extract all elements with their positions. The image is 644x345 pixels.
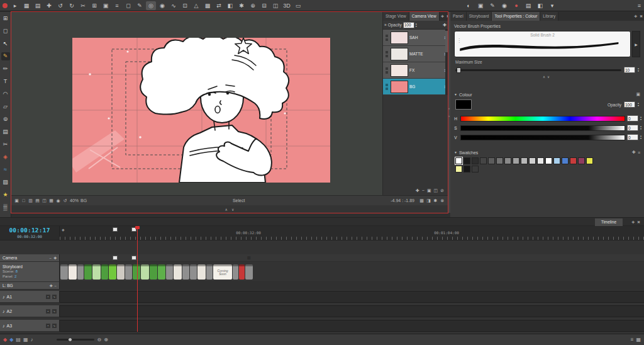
toolbar-icon[interactable]: ▣ — [475, 1, 486, 10]
range-start-handle[interactable] — [113, 227, 118, 232]
storyboard-panel-segment[interactable] — [182, 264, 189, 280]
tool-icon[interactable]: ▤ — [1, 128, 10, 136]
close-panel-icon[interactable]: ✖ — [637, 218, 640, 226]
audio-track-header[interactable]: ♪ A3 ▪ ∿ — [0, 320, 60, 332]
storyboard-panel-segment[interactable] — [77, 264, 84, 280]
layer-row[interactable]: FX ≡ — [383, 62, 448, 79]
lock-icon[interactable]: ▪ — [46, 324, 50, 328]
toolbar-icon[interactable]: ↻ — [67, 1, 77, 10]
color-swatch[interactable] — [464, 166, 470, 172]
tool-icon[interactable]: ✂ — [1, 140, 10, 149]
layer-row[interactable]: MATTE ≡ — [383, 46, 448, 62]
statusbar-icon[interactable]: ⊗ — [440, 198, 445, 203]
max-size-slider[interactable] — [455, 69, 621, 71]
collapse-down-icon[interactable]: ∨ — [231, 207, 234, 212]
waveform-icon[interactable]: ∿ — [52, 324, 57, 328]
layer-op-icon[interactable]: ⊘ — [440, 188, 444, 193]
color-swatch[interactable] — [537, 157, 544, 164]
color-swatch[interactable] — [480, 157, 487, 164]
statusbar-icon[interactable]: ↺ — [62, 198, 68, 203]
panel-tab[interactable]: Panel — [450, 12, 467, 21]
collapse-down-icon[interactable]: ∨ — [547, 75, 552, 79]
color-swatch[interactable] — [545, 157, 552, 164]
tool-icon[interactable]: ★ — [1, 191, 10, 199]
storyboard-panel-segment[interactable] — [233, 264, 238, 280]
storyboard-panel-segment[interactable] — [84, 264, 92, 280]
storyboard-panel-segment[interactable] — [166, 264, 173, 280]
brush-preview[interactable]: ⋮ Solid Brush 2 — [454, 31, 631, 57]
timeline-tool-icon[interactable]: ▦ — [23, 337, 28, 342]
view-tab[interactable]: Camera View — [409, 12, 440, 21]
toolbar-icon[interactable]: ◐ — [464, 1, 474, 10]
toolbar-icon[interactable]: 3D — [282, 1, 292, 10]
waveform-icon[interactable]: ∿ — [52, 309, 57, 314]
toolbar-icon[interactable]: ▤ — [523, 1, 533, 10]
tool-icon[interactable]: T — [1, 77, 10, 86]
timeline-tool-icon[interactable]: ◆ — [9, 337, 13, 342]
timeline-option-icon[interactable]: ▦ — [636, 337, 641, 342]
close-panel-icon[interactable]: ✖ — [638, 12, 644, 21]
view-tab[interactable]: Stage View — [383, 12, 409, 21]
overflow-menu-icon[interactable]: ≡ — [638, 1, 641, 10]
hsv-stepper[interactable]: ▴▾ — [640, 125, 641, 130]
color-swatch[interactable] — [455, 166, 462, 172]
toolbar-icon[interactable]: ◉ — [157, 1, 167, 10]
timeline-zoom-slider[interactable] — [57, 339, 94, 341]
layer-thumbnail[interactable] — [391, 48, 408, 60]
tool-icon[interactable]: ⊞ — [1, 14, 10, 23]
color-swatch[interactable] — [578, 157, 585, 164]
storyboard-panel-segment[interactable] — [69, 264, 77, 280]
color-swatch[interactable] — [488, 157, 495, 164]
collapse-arrow-icon[interactable]: ▼ — [454, 93, 457, 96]
ruler-widget-icon[interactable]: ◈ — [62, 227, 65, 232]
layer-thumbnail[interactable] — [391, 64, 408, 77]
storyboard-panel-segment[interactable] — [206, 264, 213, 280]
color-swatch[interactable] — [472, 157, 479, 164]
waveform-icon[interactable]: ∿ — [52, 295, 57, 299]
add-layer-icon[interactable]: ✚ — [49, 283, 52, 288]
color-swatch[interactable] — [529, 157, 536, 164]
storyboard-panel-segment[interactable]: Coming Soon — [213, 264, 232, 280]
toolbar-icon[interactable]: ⊞ — [89, 1, 99, 10]
storyboard-panel-segment[interactable] — [174, 264, 182, 280]
camera-track-content[interactable]: ⊞ — [60, 254, 644, 262]
playhead[interactable] — [137, 226, 138, 332]
toolbar-icon[interactable]: ▣ — [101, 1, 111, 10]
zoom-slider-handle[interactable] — [68, 337, 72, 342]
color-swatch[interactable] — [496, 157, 503, 164]
window-close-button[interactable] — [3, 3, 8, 8]
toolbar-icon[interactable]: ▸ — [10, 1, 20, 10]
storyboard-track-header[interactable]: Storyboard Scene: 8 Panel: 2 — [0, 262, 60, 282]
color-swatch[interactable] — [472, 166, 479, 172]
toolbar-icon[interactable]: ◻ — [123, 1, 133, 10]
statusbar-icon[interactable]: ▦ — [48, 198, 54, 203]
panel-tab[interactable]: Tool Properties : Colour — [492, 12, 540, 21]
collapse-arrow-icon[interactable]: ▼ — [454, 150, 457, 154]
statusbar-icon[interactable]: ✱ — [433, 198, 438, 203]
color-swatch[interactable] — [570, 157, 577, 164]
toolbar-icon[interactable]: ✱ — [236, 1, 247, 10]
add-layer-icon[interactable]: ✚ — [443, 23, 447, 28]
timeline-tab[interactable]: Timeline — [595, 218, 623, 226]
timeline-tool-icon[interactable]: ▤ — [16, 337, 21, 342]
zoom-icon[interactable]: ⊖ — [97, 337, 101, 342]
toolbar-icon[interactable]: ✎ — [487, 1, 497, 10]
timeline-option-icon[interactable]: ≡ — [631, 337, 634, 342]
statusbar-icon[interactable]: ▥ — [28, 198, 33, 203]
layer-toggles[interactable] — [384, 84, 389, 90]
add-keyframe-icon[interactable]: ✚ — [53, 256, 57, 260]
storyboard-panel-segment[interactable] — [133, 264, 140, 280]
storyboard-panel-segment[interactable] — [109, 264, 116, 280]
statusbar-icon[interactable]: □ — [21, 198, 26, 203]
audio-track-content[interactable] — [60, 291, 644, 303]
layer-op-icon[interactable]: ✚ — [416, 188, 419, 193]
speaker-icon[interactable]: ♪ — [3, 309, 5, 314]
toolbar-icon[interactable]: ⊟ — [259, 1, 269, 10]
timeline-tool-icon[interactable]: ◆ — [3, 337, 7, 342]
storyboard-panel-segment[interactable] — [117, 264, 125, 280]
toolbar-icon[interactable]: ▩ — [203, 1, 213, 10]
storyboard-panel-segment[interactable] — [197, 264, 206, 280]
tool-icon[interactable]: ▨ — [1, 178, 10, 186]
statusbar-icon[interactable]: ◫ — [42, 198, 47, 203]
swatches-menu-icon[interactable]: ≡ — [638, 150, 640, 155]
